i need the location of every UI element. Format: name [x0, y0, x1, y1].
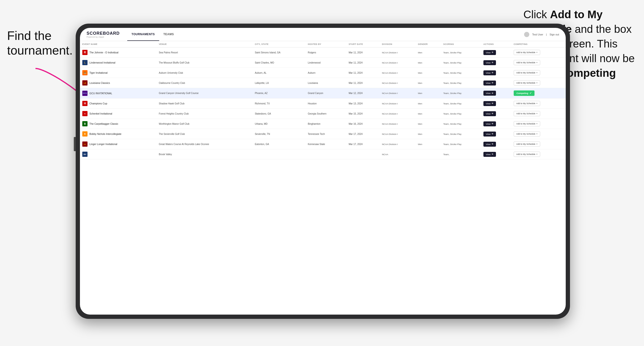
add-schedule-label: Add to My Schedule	[516, 51, 536, 54]
competing-button[interactable]: Competing ✓	[514, 90, 535, 96]
tab-tournaments[interactable]: TOURNAMENTS	[127, 28, 159, 41]
add-to-schedule-button[interactable]: Add to My Schedule +	[514, 80, 540, 85]
start-date-cell: Mar 12, 2024	[346, 88, 380, 99]
tab-teams[interactable]: TEAMS	[159, 28, 178, 41]
venue-cell: Worthington Manor Golf Club	[156, 119, 252, 129]
add-to-schedule-button[interactable]: Add to My Schedule +	[514, 50, 540, 55]
plus-icon: +	[536, 61, 537, 64]
city-state-cell: Lafayette, LA	[252, 78, 305, 88]
view-button[interactable]: View 👁	[484, 152, 496, 157]
venue-cell: Auburn University Club	[156, 68, 252, 78]
check-icon: ✓	[530, 92, 532, 95]
venue-cell: The Sevierville Golf Club	[156, 129, 252, 139]
view-label: View	[486, 72, 490, 74]
start-date-cell: Mar 15, 2024	[346, 109, 380, 119]
start-date-cell	[346, 149, 380, 160]
venue-cell: Shadow Hawk Golf Club	[156, 99, 252, 109]
table-row: B Bobby Nichols Intercollegiate The Sevi…	[80, 129, 566, 139]
eye-icon: 👁	[492, 143, 494, 145]
team-logo: H	[82, 101, 88, 106]
table-container: EVENT NAME VENUE CITY, STATE HOSTED BY S…	[80, 41, 566, 315]
event-name-cell: L Lindenwood Invitational	[80, 58, 156, 68]
eye-icon: 👁	[492, 82, 494, 84]
view-button[interactable]: View 👁	[484, 142, 496, 147]
gender-cell: Men	[416, 68, 441, 78]
gender-cell: Men	[416, 58, 441, 68]
view-button[interactable]: View 👁	[484, 111, 496, 116]
view-button[interactable]: View 👁	[484, 121, 496, 126]
table-row: BV Brook ValleyNCAATeam, View 👁 Add to M…	[80, 149, 566, 160]
city-state-cell: Eatonton, GA	[252, 139, 305, 149]
team-logo: S	[82, 111, 88, 116]
start-date-cell: Mar 13, 2024	[346, 99, 380, 109]
division-cell: NCAA Division I	[380, 78, 416, 88]
venue-cell: Forest Heights Country Club	[156, 109, 252, 119]
eye-icon: 👁	[492, 92, 494, 94]
col-start-date: START DATE	[346, 41, 380, 47]
scoring-cell: Team, Stroke Play	[441, 119, 481, 129]
view-button[interactable]: View 👁	[484, 101, 496, 106]
view-button[interactable]: View 👁	[484, 60, 496, 65]
hosted-by-cell: Binghamton	[305, 119, 346, 129]
city-state-cell: Saint Charles, MO	[252, 58, 305, 68]
view-button[interactable]: View 👁	[484, 70, 496, 75]
actions-cell: View 👁	[481, 78, 511, 88]
competing-cell: Competing ✓	[511, 88, 566, 99]
eye-icon: 👁	[492, 112, 494, 115]
division-cell: NCAA Division I	[380, 129, 416, 139]
competing-cell: Add to My Schedule +	[511, 68, 566, 78]
view-label: View	[486, 102, 490, 105]
view-label: View	[486, 92, 490, 94]
gender-cell: Men	[416, 47, 441, 58]
view-button[interactable]: View 👁	[484, 50, 496, 55]
start-date-cell: Mar 17, 2024	[346, 129, 380, 139]
team-logo: B	[82, 131, 88, 137]
tournaments-table: EVENT NAME VENUE CITY, STATE HOSTED BY S…	[80, 41, 566, 160]
add-to-schedule-button[interactable]: Add to My Schedule +	[514, 131, 540, 137]
competing-cell: Add to My Schedule +	[511, 129, 566, 139]
add-to-schedule-button[interactable]: Add to My Schedule +	[514, 142, 540, 147]
gender-cell: Men	[416, 109, 441, 119]
view-label: View	[486, 153, 490, 156]
add-to-schedule-button[interactable]: Add to My Schedule +	[514, 152, 540, 157]
view-button[interactable]: View 👁	[484, 91, 496, 96]
view-button[interactable]: View 👁	[484, 81, 496, 85]
plus-icon: +	[536, 72, 537, 74]
view-label: View	[486, 133, 490, 135]
city-state-cell: Saint Simons Island, GA	[252, 47, 305, 58]
gender-cell: Men	[416, 99, 441, 109]
table-row: LL Linger Longer Invitational Great Wate…	[80, 139, 566, 149]
plus-icon: +	[536, 51, 537, 54]
team-logo: 🐯	[82, 70, 88, 75]
city-state-cell	[252, 149, 305, 160]
scoring-cell: Team, Stroke Play	[441, 78, 481, 88]
hosted-by-cell: Lindenwood	[305, 58, 346, 68]
start-date-cell: Mar 11, 2024	[346, 68, 380, 78]
add-to-schedule-button[interactable]: Add to My Schedule +	[514, 101, 540, 106]
col-event-name: EVENT NAME	[80, 41, 156, 47]
city-state-cell: Statesboro, GA	[252, 109, 305, 119]
scoring-cell: Team, Stroke Play	[441, 109, 481, 119]
add-to-schedule-button[interactable]: Add to My Schedule +	[514, 121, 540, 126]
scoring-cell: Team, Stroke Play	[441, 68, 481, 78]
eye-icon: 👁	[492, 133, 494, 135]
add-to-schedule-button[interactable]: Add to My Schedule +	[514, 111, 540, 116]
division-cell: NCAA Division I	[380, 119, 416, 129]
venue-cell: Grand Canyon University Golf Course	[156, 88, 252, 99]
plus-icon: +	[536, 123, 537, 125]
table-row: B The Carpetbagger Classic Worthington M…	[80, 119, 566, 129]
sign-out-link[interactable]: Sign out	[550, 33, 559, 36]
add-schedule-label: Add to My Schedule	[516, 72, 536, 74]
venue-cell: Brook Valley	[156, 149, 252, 160]
team-logo: B	[82, 121, 88, 126]
hosted-by-cell: Rutgers	[305, 47, 346, 58]
hosted-by-cell	[305, 149, 346, 160]
view-button[interactable]: View 👁	[484, 132, 496, 137]
add-to-schedule-button[interactable]: Add to My Schedule +	[514, 70, 540, 75]
scoring-cell: Team,	[441, 149, 481, 160]
add-to-schedule-button[interactable]: Add to My Schedule +	[514, 60, 540, 65]
competing-cell: Add to My Schedule +	[511, 119, 566, 129]
logo-area: SCOREBOARD Powered by clippd	[86, 31, 120, 38]
add-schedule-label: Add to My Schedule	[516, 123, 536, 125]
event-name-cell: BV	[80, 149, 156, 160]
